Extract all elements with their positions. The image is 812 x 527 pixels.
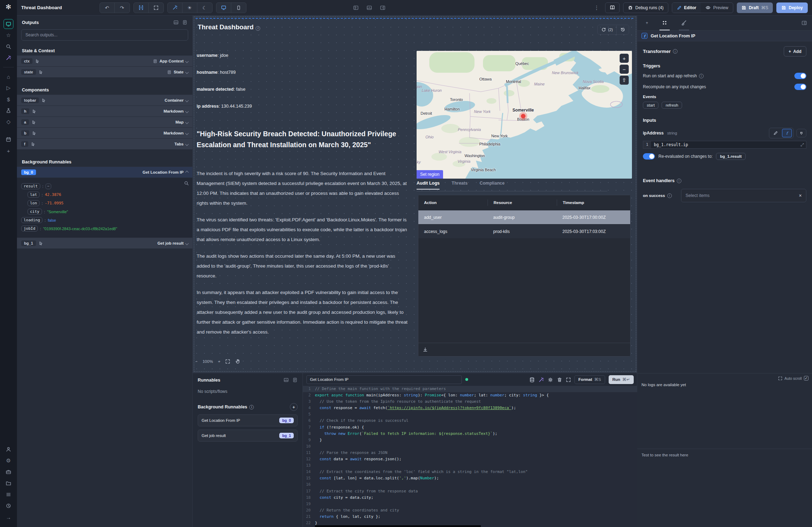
add-component-tab[interactable]: + [644,16,650,30]
static-input-icon[interactable] [771,129,781,137]
column-header-timestamp[interactable]: Timestamp [557,199,630,206]
schedules-icon[interactable]: ◇ [4,117,13,127]
event-chip-refresh[interactable]: refresh [662,102,682,109]
map-zoom-out-button[interactable]: − [620,65,629,74]
star-icon[interactable]: ☆ [4,30,13,40]
runnable-item-bg_1[interactable]: Get job resultbg_1 [198,430,298,442]
search-icon[interactable] [4,42,13,52]
table-row[interactable]: access_logsprod-k8s2025-03-30T17:03:00Z [418,224,630,238]
clear-icon[interactable]: × [799,193,802,198]
recompute-toggle[interactable] [794,84,806,90]
zoom-out-button[interactable]: − [195,359,198,364]
map-zoom-in-button[interactable]: + [620,54,629,63]
code-line[interactable]: 4 const response = await fetch(`https://… [303,405,637,411]
add-runnable-button[interactable]: + [290,403,298,411]
draft-button[interactable]: Draft⌘S [737,2,773,13]
runs-icon[interactable]: ▷ [4,83,13,93]
info-icon[interactable]: i [256,26,260,31]
settings-icon[interactable] [548,376,553,383]
set-region-button[interactable]: Set region [417,170,443,179]
tree-row-city[interactable]: city:"Somerville" [28,209,188,215]
run-on-start-toggle[interactable] [794,73,806,79]
windmill-logo-icon[interactable]: ✻ [4,3,13,12]
undo-button[interactable]: ↶ [100,3,115,13]
code-line[interactable]: 19 [303,501,637,507]
code-line[interactable]: 16 [303,481,637,488]
reeval-toggle[interactable] [643,153,655,160]
tab-audit-logs[interactable]: Audit Logs [417,181,440,190]
code-line[interactable]: 6 // Check if the response is successful [303,418,637,424]
on-success-select[interactable]: Select items × [681,189,806,202]
expression-input[interactable]: 1 bg_1.result.ip ⤢ [643,141,806,149]
component-row-topbar[interactable]: topbarContainer [17,95,192,106]
dark-theme-icon[interactable]: ☾ [197,3,212,13]
code-area[interactable]: 1// Define the main function with the re… [303,386,637,527]
calendar-icon[interactable] [4,134,13,144]
menu-icon[interactable] [4,490,13,499]
bg1-row[interactable]: bg_1 Get job result [17,238,192,249]
code-line[interactable]: 7 if (!response.ok) { [303,424,637,431]
format-button[interactable]: Format⌘S [574,375,605,384]
tree-row-jobId[interactable]: jobId:"0199390f-2843-ceac-dc03-cf8b242a1… [21,226,188,232]
run-button[interactable]: Run⌘↵ [609,375,634,384]
docs-button[interactable] [605,2,620,13]
map-component[interactable]: QuébecOttawaMontréalHalifaxTorontoHamilt… [417,51,632,179]
code-line[interactable]: 20 // Return the coordinates and city [303,507,637,514]
info-icon[interactable]: i [249,405,254,409]
add-transformer-button[interactable]: + Add [784,46,806,56]
panel-collapse-icon[interactable] [173,20,179,25]
event-chip-start[interactable]: start [643,102,658,109]
desktop-view-icon[interactable] [216,3,231,13]
component-row-a[interactable]: aMap [17,117,192,128]
clock-icon[interactable] [4,501,13,511]
code-line[interactable]: 14 // Extract the coordinates from the '… [303,469,637,475]
code-line[interactable]: 17 // Extract the city from the response… [303,488,637,495]
component-settings-tab[interactable] [659,16,670,30]
tree-row-lat[interactable]: lat:42.3876 [28,192,188,198]
settings-icon[interactable]: ⚙ [4,456,13,466]
deploy-button[interactable]: Deploy [776,2,808,13]
editor-mode-button[interactable]: Editor [672,3,701,13]
mobile-view-icon[interactable] [231,3,246,13]
toggle-left-panel-icon[interactable] [353,5,359,11]
eval-input-icon[interactable]: f [782,129,792,137]
refresh-app-button[interactable]: (2) [598,25,617,34]
code-line[interactable]: 9 } [303,437,637,443]
redo-button[interactable]: ↷ [115,3,130,13]
panel-collapse-icon[interactable] [283,377,289,383]
collapse-icon[interactable]: → [4,512,13,522]
auto-scroll-checkbox[interactable]: ✓ [804,376,808,381]
app-editor-icon[interactable] [4,19,13,29]
zoom-in-button[interactable]: + [218,359,220,364]
code-line[interactable]: 1// Define the main function with the re… [303,386,637,392]
info-icon[interactable]: i [677,179,681,183]
styling-tab[interactable] [679,16,689,30]
code-line[interactable]: 3 // Use the token from the Ipinfo resou… [303,399,637,405]
code-line[interactable]: 18 const city = data.city; [303,495,637,501]
code-line[interactable]: 12 const data = await response.json(); [303,456,637,462]
code-line[interactable]: 11 // Parse the response as JSON [303,450,637,456]
panel-right-icon[interactable] [801,20,807,26]
magic-wand-icon[interactable] [168,3,183,13]
code-line[interactable]: 10 [303,443,637,450]
download-icon[interactable] [423,347,428,352]
column-header-action[interactable]: Action [418,199,488,206]
outputs-search-input[interactable]: Search outputs... [21,29,188,41]
reeval-dep-chip[interactable]: bg_1.result [716,153,745,160]
column-header-resource[interactable]: Resource [488,199,557,206]
workspace-icon[interactable] [4,467,13,477]
folder-icon[interactable] [4,478,13,488]
resources-icon[interactable] [4,106,13,115]
info-icon[interactable]: i [673,49,677,54]
state-row-state[interactable]: stateState [17,67,192,78]
delete-icon[interactable] [557,376,562,383]
horizontal-scrollbar[interactable] [315,525,481,527]
collapse-icon[interactable]: − [46,184,51,189]
doc-icon[interactable] [182,20,187,25]
debug-runs-button[interactable]: Debug runs (4) [623,2,668,13]
code-line[interactable]: 2export async function main(ipAddress: s… [303,392,637,399]
tab-compliance[interactable]: Compliance [479,181,504,190]
light-theme-icon[interactable]: ☀ [183,3,197,13]
resource-icon[interactable] [529,376,535,383]
grid-toggle-icon[interactable] [134,3,149,13]
